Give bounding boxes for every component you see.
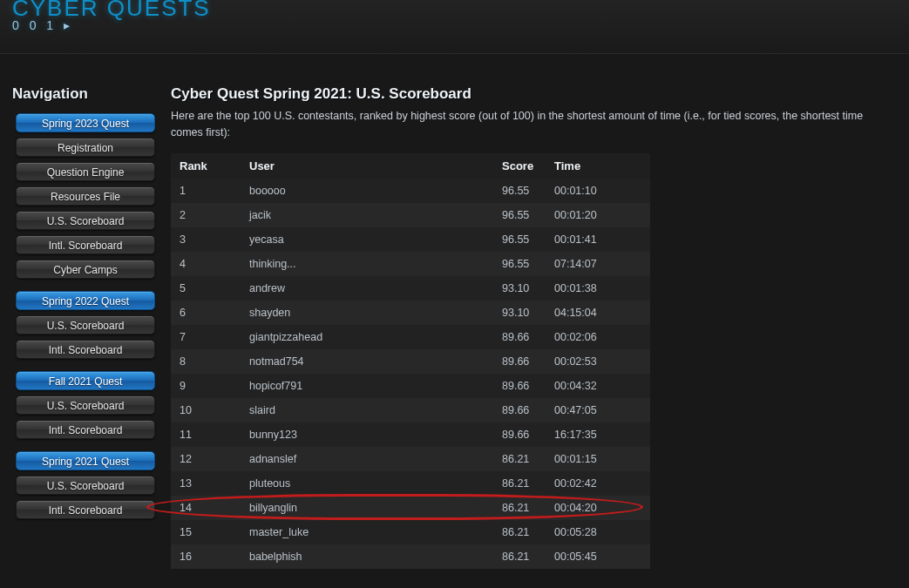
nav-item[interactable]: U.S. Scoreboard <box>16 315 155 335</box>
table-row: 10slaird89.6600:47:05 <box>171 398 650 422</box>
table-row: 16babelphish86.2100:05:45 <box>171 544 650 569</box>
table-row: 14billyanglin86.2100:04:20 <box>171 496 650 520</box>
cell-score: 86.21 <box>493 496 546 520</box>
cell-score: 86.21 <box>493 520 546 544</box>
nav-item[interactable]: Intl. Scoreboard <box>16 235 155 254</box>
cell-user: yecasa <box>241 227 493 252</box>
nav-item[interactable]: U.S. Scoreboard <box>16 395 155 415</box>
cell-time: 00:47:05 <box>546 398 650 422</box>
nav-item[interactable]: Intl. Scoreboard <box>16 500 155 519</box>
cell-user: bunny123 <box>241 422 493 447</box>
nav-item[interactable]: Cyber Camps <box>16 260 155 279</box>
cell-rank: 14 <box>171 496 241 520</box>
cell-rank: 1 <box>171 179 241 203</box>
cell-time: 00:01:41 <box>546 227 650 252</box>
nav-item[interactable]: Registration <box>16 138 155 157</box>
col-header-user: User <box>241 153 493 179</box>
cell-score: 86.21 <box>493 544 546 569</box>
cell-user: booooo <box>241 179 493 203</box>
cell-rank: 9 <box>171 374 241 398</box>
cell-time: 00:01:15 <box>546 447 650 471</box>
cell-score: 89.66 <box>493 374 546 398</box>
cell-rank: 11 <box>171 422 241 447</box>
cell-user: billyanglin <box>241 496 493 520</box>
scoreboard-wrapper: Rank User Score Time 1booooo96.5500:01:1… <box>171 153 900 569</box>
table-row: 3yecasa96.5500:01:41 <box>171 227 650 252</box>
cell-time: 00:01:10 <box>546 179 650 203</box>
cell-user: master_luke <box>241 520 493 544</box>
cell-score: 96.55 <box>493 203 546 227</box>
cell-score: 93.10 <box>493 276 546 301</box>
cell-rank: 4 <box>171 252 241 276</box>
cell-user: jacik <box>241 203 493 227</box>
cell-time: 00:02:06 <box>546 325 650 349</box>
nav-group: Spring 2022 QuestU.S. ScoreboardIntl. Sc… <box>12 291 159 359</box>
nav-item[interactable]: Resources File <box>16 186 155 206</box>
cell-score: 89.66 <box>493 398 546 422</box>
table-row: 11bunny12389.6616:17:35 <box>171 422 650 447</box>
cell-rank: 13 <box>171 471 241 496</box>
cell-score: 93.10 <box>493 301 546 325</box>
cell-rank: 6 <box>171 301 241 325</box>
page-intro: Here are the top 100 U.S. contestants, r… <box>171 108 885 141</box>
cell-user: notmad754 <box>241 349 493 374</box>
cell-time: 00:05:45 <box>546 544 650 569</box>
cell-time: 16:17:35 <box>546 422 650 447</box>
nav-item[interactable]: Question Engine <box>16 162 155 181</box>
nav-group-header[interactable]: Spring 2021 Quest <box>16 451 155 470</box>
site-header: CYBER QUESTS 0 0 1 ▸ <box>0 0 909 54</box>
cell-user: slaird <box>241 398 493 422</box>
cell-score: 96.55 <box>493 252 546 276</box>
main-content: Cyber Quest Spring 2021: U.S. Scoreboard… <box>171 54 909 569</box>
cell-time: 00:02:53 <box>546 349 650 374</box>
cell-user: thinking... <box>241 252 493 276</box>
cell-time: 04:15:04 <box>546 301 650 325</box>
table-row: 4thinking...96.5507:14:07 <box>171 252 650 276</box>
cell-user: pluteous <box>241 471 493 496</box>
table-row: 7giantpizzahead89.6600:02:06 <box>171 325 650 349</box>
cell-time: 00:04:20 <box>546 496 650 520</box>
table-row: 2jacik96.5500:01:20 <box>171 203 650 227</box>
cell-user: giantpizzahead <box>241 325 493 349</box>
cell-user: adnanslef <box>241 447 493 471</box>
cell-rank: 8 <box>171 349 241 374</box>
cell-rank: 16 <box>171 544 241 569</box>
nav-group: Spring 2021 QuestU.S. ScoreboardIntl. Sc… <box>12 451 159 519</box>
nav-item[interactable]: U.S. Scoreboard <box>16 476 155 495</box>
nav-group-header[interactable]: Spring 2023 Quest <box>16 113 155 132</box>
table-header-row: Rank User Score Time <box>171 153 650 179</box>
cell-score: 86.21 <box>493 471 546 496</box>
cell-time: 00:01:20 <box>546 203 650 227</box>
nav-item[interactable]: Intl. Scoreboard <box>16 340 155 359</box>
cell-rank: 10 <box>171 398 241 422</box>
cell-rank: 2 <box>171 203 241 227</box>
table-row: 1booooo96.5500:01:10 <box>171 179 650 203</box>
cell-score: 89.66 <box>493 349 546 374</box>
cell-user: babelphish <box>241 544 493 569</box>
nav-group-header[interactable]: Fall 2021 Quest <box>16 371 155 390</box>
table-row: 9hopicof79189.6600:04:32 <box>171 374 650 398</box>
nav-group-header[interactable]: Spring 2022 Quest <box>16 291 155 310</box>
col-header-score: Score <box>493 153 546 179</box>
cell-score: 89.66 <box>493 325 546 349</box>
scoreboard-table: Rank User Score Time 1booooo96.5500:01:1… <box>171 153 650 569</box>
cell-time: 00:01:38 <box>546 276 650 301</box>
cell-user: shayden <box>241 301 493 325</box>
cell-user: andrew <box>241 276 493 301</box>
nav-item[interactable]: Intl. Scoreboard <box>16 420 155 439</box>
page-title: Cyber Quest Spring 2021: U.S. Scoreboard <box>171 85 900 103</box>
cell-score: 96.55 <box>493 227 546 252</box>
sidebar: Navigation Spring 2023 QuestRegistration… <box>0 54 171 531</box>
nav-item[interactable]: U.S. Scoreboard <box>16 211 155 230</box>
cell-rank: 5 <box>171 276 241 301</box>
table-row: 13pluteous86.2100:02:42 <box>171 471 650 496</box>
cell-score: 86.21 <box>493 447 546 471</box>
nav-group: Spring 2023 QuestRegistrationQuestion En… <box>12 113 159 279</box>
col-header-rank: Rank <box>171 153 241 179</box>
cell-time: 00:04:32 <box>546 374 650 398</box>
cell-user: hopicof791 <box>241 374 493 398</box>
cell-rank: 12 <box>171 447 241 471</box>
cell-rank: 3 <box>171 227 241 252</box>
cell-rank: 7 <box>171 325 241 349</box>
cell-score: 96.55 <box>493 179 546 203</box>
